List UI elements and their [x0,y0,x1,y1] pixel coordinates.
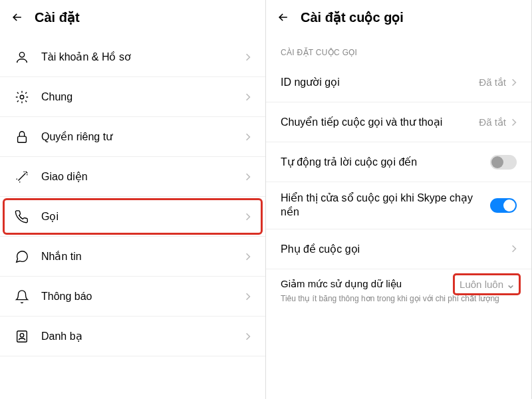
call-forwarding-row[interactable]: Chuyển tiếp cuộc gọi và thư thoại Đã tắt [266,102,531,142]
auto-answer-row: Tự động trả lời cuộc gọi đến [266,142,531,182]
value: Đã tắt [479,76,506,88]
label: Giao diện [41,170,245,183]
description: Tiêu thụ ít băng thông hơn trong khi gọi… [281,294,499,305]
lock-icon [15,130,29,144]
label: Quyền riêng tư [41,130,245,143]
back-button[interactable] [277,11,290,24]
svg-point-0 [19,52,24,57]
call-settings-list: ID người gọi Đã tắt Chuyển tiếp cuộc gọi… [266,63,531,399]
chevron-right-icon [511,244,517,253]
chevron-right-icon [245,332,251,341]
bell-icon [15,289,29,304]
label: Hiển thị cửa sổ cuộc gọi khi Skype chạy … [281,192,490,219]
show-window-toggle[interactable] [490,198,517,213]
label: Gọi [41,210,245,223]
label: Danh bạ [41,330,245,342]
show-call-window-row: Hiển thị cửa sổ cuộc gọi khi Skype chạy … [266,182,531,229]
chevron-right-icon [245,132,251,142]
value: Đã tắt [479,116,506,128]
back-button[interactable] [11,11,24,24]
page-title: Cài đặt [35,9,80,25]
settings-item-messaging[interactable]: Nhắn tin [0,237,265,277]
chevron-right-icon [245,252,251,261]
settings-item-general[interactable]: Chung [0,77,265,117]
settings-item-calling[interactable]: Gọi [0,197,265,237]
settings-item-contacts[interactable]: Danh bạ [0,317,265,356]
label: Phụ đề cuộc gọi [281,243,511,255]
call-subtitles-row[interactable]: Phụ đề cuộc gọi [266,229,531,269]
chevron-down-icon [507,281,514,287]
value: Luôn luôn [460,279,503,290]
label: Tài khoản & Hồ sơ [41,51,245,63]
auto-answer-toggle[interactable] [490,155,517,170]
chevron-right-icon [245,92,251,102]
svg-point-1 [20,95,24,99]
settings-list: Tài khoản & Hồ sơ Chung Quyền riêng tư G… [0,37,265,399]
chevron-right-icon [511,78,517,87]
section-header: CÀI ĐẶT CUỘC GỌI [266,37,531,63]
wand-icon [15,170,29,184]
label: Giảm mức sử dụng dữ liệu [281,278,457,290]
label: Thông báo [41,291,245,303]
caller-id-row[interactable]: ID người gọi Đã tắt [266,63,531,102]
header: Cài đặt [0,0,265,37]
phone-icon [15,209,29,224]
svg-rect-3 [17,331,27,342]
settings-item-notifications[interactable]: Thông báo [0,277,265,317]
page-title: Cài đặt cuộc gọi [301,9,404,25]
label: Nhắn tin [41,250,245,263]
header: Cài đặt cuộc gọi [266,0,531,37]
settings-panel: Cài đặt Tài khoản & Hồ sơ Chung Quyền ri… [0,0,266,399]
gear-icon [15,90,29,104]
chat-icon [15,249,29,264]
user-icon [15,50,29,65]
label: Chuyển tiếp cuộc gọi và thư thoại [281,116,479,128]
contacts-icon [15,329,29,344]
label: Chung [41,91,245,103]
settings-item-appearance[interactable]: Giao diện [0,157,265,197]
label: Tự động trả lời cuộc gọi đến [281,156,490,168]
chevron-right-icon [245,292,251,301]
chevron-right-icon [511,118,517,127]
svg-point-4 [20,333,24,337]
svg-rect-2 [18,136,27,142]
call-settings-panel: Cài đặt cuộc gọi CÀI ĐẶT CUỘC GỌI ID ngư… [266,0,532,399]
settings-item-privacy[interactable]: Quyền riêng tư [0,117,265,157]
chevron-right-icon [245,53,251,62]
chevron-right-icon [245,172,251,182]
data-usage-row[interactable]: Giảm mức sử dụng dữ liệu Luôn luôn Tiêu … [266,269,531,315]
settings-item-account[interactable]: Tài khoản & Hồ sơ [0,37,265,77]
label: ID người gọi [281,76,479,88]
chevron-right-icon [245,212,251,221]
